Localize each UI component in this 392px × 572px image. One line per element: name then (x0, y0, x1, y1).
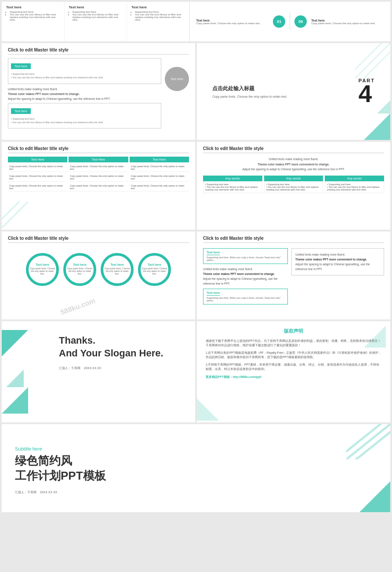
circle-text: Text here (171, 77, 183, 81)
part-digit: 4 (359, 83, 375, 105)
row1-col3: Copy paste fonts. Choose the only option… (130, 164, 189, 172)
gray-circle: Text here (165, 67, 189, 91)
last-reporter: 汇报人：千库网 (15, 491, 36, 494)
row1-col1: Copy paste fonts. Choose the only option… (8, 164, 67, 172)
thanks-line1: Thanks. (59, 334, 186, 347)
kw2-i2: You can use the icon library to filter a… (266, 186, 319, 191)
badge-01: 01 (273, 15, 285, 28)
badge-06: 06 (294, 15, 307, 28)
col3-title: Text here (131, 5, 185, 9)
svg-line-1 (359, 48, 390, 78)
slide-last-cover: Subtitle here 绿色简约风 工作计划PPT模板 汇报人：千库网 20… (2, 424, 390, 512)
slide6-title: Click to edit Master title style (8, 236, 189, 243)
slide5-title: Click to edit Master title style (203, 146, 384, 153)
right-title1: Text here (196, 19, 269, 22)
right-desc1: Copy paste fonts. Choose the only option… (196, 22, 269, 25)
kw1: Key words (203, 176, 262, 181)
kw3: Key words (325, 176, 384, 181)
last-title1: 绿色简约风 (15, 454, 232, 469)
svg-line-0 (355, 43, 390, 78)
copyright-para1: 感谢您下载千库网平台上提供的PPT作品，为了您和千库网以及原创作者的利益，请勿复… (206, 339, 381, 348)
slide-part4: 点击此处输入标题 Copy paste fonts. Choose the on… (197, 43, 390, 140)
slide-thanks: Thanks. And Your Slogan Here. 汇报人：千库网 20… (2, 321, 195, 422)
row2-col2: Copy paste fonts. Choose the only option… (69, 173, 128, 182)
col3-item2: You can use the icon library to filter a… (135, 13, 185, 21)
callout2-body3: Adjust the spacing to adapt to Chinese t… (295, 262, 380, 271)
row1-col2: Copy paste fonts. Choose the only option… (69, 164, 128, 172)
slide-copyright: 版权声明 感谢您下载千库网平台上提供的PPT作品，为了您和千库网以及原创作者的利… (197, 321, 390, 422)
callout1-body: Supporting text here. When you copy a fo… (207, 256, 284, 261)
slide-circles: Click to edit Master title style Text he… (2, 231, 195, 319)
slide4-title: Click to edit Master title style (8, 146, 189, 153)
kw-body2: Theme color makes PPT more convenient to… (203, 162, 384, 167)
col1-title: Text here (6, 5, 60, 9)
kw3-i2: You can use the icon library to filter a… (327, 186, 379, 191)
header1: Text Here (8, 157, 67, 162)
slide-banner: Text here Supporting text here. You can … (2, 2, 390, 41)
main1-body: Unified fonts make reading more fluent. (203, 267, 288, 271)
svg-line-7 (346, 424, 390, 459)
part4-desc: Copy paste fonts. Choose the only option… (212, 95, 352, 98)
slide-callouts: Click to edit Master title style Text he… (197, 231, 390, 319)
row2-col1: Copy paste fonts. Choose the only option… (8, 173, 67, 182)
body-text1: Unified fonts make reading more fluent. (8, 87, 161, 92)
copyright-title: 版权声明 (206, 328, 381, 334)
kw-body1: Unified fonts make reading more fluent. (203, 157, 384, 162)
slide7-title: Click to edit Master title style (203, 236, 384, 243)
col1-item2: You can use the icon library to filter a… (10, 13, 60, 21)
right-desc2: Copy paste fonts. Choose the only option… (311, 22, 384, 25)
svg-line-4 (2, 202, 24, 224)
callout2-body2: Theme color makes PPT more convenient to… (295, 257, 380, 262)
slide-three-col: Click to edit Master title style Text He… (2, 142, 195, 230)
copyright-para3: 2.不得将千库网的PPT模板、PPT素材，本来用于商业量、成着出版、出售、转让、… (206, 363, 381, 372)
thanks-date: 20XX.XX.XX (84, 367, 102, 370)
kw1-i2: You can use the icon library to filter a… (205, 186, 258, 191)
body-text2: Theme color makes PPT more convenient to… (8, 92, 161, 96)
thanks-reporter: 汇报人：千库网 (59, 367, 80, 370)
deco-bottom-right (359, 481, 390, 512)
main1-body2: Theme color makes PPT more convenient to… (203, 271, 288, 276)
callout2-body: Unified fonts make reading more fluent. (295, 252, 380, 257)
slide-master-text: Click to edit Master title style Text he… (2, 43, 195, 140)
slide2-title: Click to edit Master title style (8, 48, 189, 55)
callout3-body: Supporting text here. When you copy a fo… (207, 297, 284, 302)
copyright-para2: 1.在千库网出售的PPT模板是免版权费（RF：Royalty-Free）正版受《… (206, 351, 381, 360)
callout3-title: Text here (207, 291, 284, 294)
deco-tri-top (364, 326, 386, 349)
part4-chinese-title: 点击此处输入标题 (212, 85, 352, 92)
body-text3: Adjust the spacing to adapt to Chinese t… (8, 96, 161, 101)
label1: Text here (11, 63, 31, 69)
circle-2: Text here Copy paste fonts. Choose the o… (63, 253, 96, 286)
watermark: 588ku.com (59, 297, 96, 316)
slide-keywords: Click to edit Master title style Unified… (197, 142, 390, 230)
svg-marker-6 (197, 399, 219, 421)
main1-body3: Adjust the spacing to adapt to Chinese t… (203, 276, 288, 286)
row3-col3: Copy paste fonts. Choose the only option… (130, 183, 189, 191)
last-subtitle: Subtitle here (15, 446, 232, 451)
right-title2: Text here (311, 19, 384, 22)
header3: Text Here (130, 157, 189, 162)
row2-col3: Copy paste fonts. Choose the only option… (130, 173, 189, 182)
last-title2: 工作计划PPT模板 (15, 469, 232, 484)
kw-body3: Adjust the spacing to adapt to Chinese t… (203, 167, 384, 172)
label2: Text here (11, 108, 31, 114)
svg-line-2 (355, 43, 386, 74)
tri-br (364, 114, 390, 140)
thanks-line2: And Your Slogan Here. (59, 347, 186, 360)
circle-3: Text here Copy paste fonts. Choose the o… (101, 253, 134, 286)
callout1-title: Text here (207, 251, 284, 254)
circle-4: Text here Copy paste fonts. Choose the o… (138, 253, 171, 286)
deco-left (2, 321, 54, 422)
row3-col1: Copy paste fonts. Choose the only option… (8, 183, 67, 191)
svg-marker-5 (364, 326, 386, 348)
kw2: Key words (264, 176, 323, 181)
deco-lines (355, 43, 390, 78)
copyright-link: 更多精品PPT模板：http://588ku.com/ppt/ (206, 375, 381, 379)
deco-tri-bot (197, 399, 219, 422)
tri-br2 (377, 100, 390, 114)
last-date: 20XX.XX.XX (40, 491, 58, 494)
col2-title: Text here (69, 5, 123, 9)
deco-top-right (346, 424, 390, 461)
col2-item2: You can use the icon library to filter a… (73, 13, 123, 21)
header2: Text Here (69, 157, 128, 162)
